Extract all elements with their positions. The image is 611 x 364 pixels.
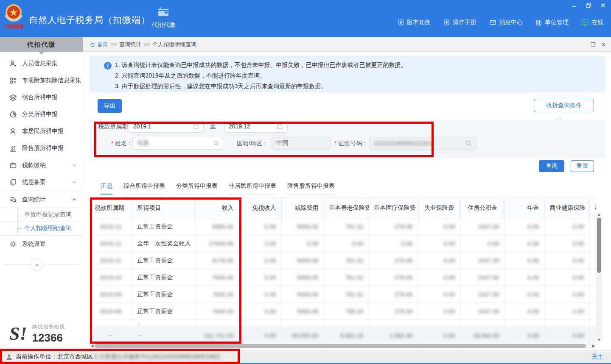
table-cell: 0.00 — [239, 303, 281, 320]
table-cell — [589, 320, 596, 327]
table-cell: 2019-12 — [90, 235, 132, 252]
table-cell: 0.00 — [324, 235, 369, 252]
sidebar-subitem-personal-withholding-query[interactable]: 个人扣缴明细查询 — [0, 221, 83, 235]
menu-online-status[interactable]: 在线 — [581, 19, 603, 26]
table-cell: 0.00 — [589, 327, 596, 344]
search-list-icon — [9, 196, 17, 203]
table-cell: 9985.00 — [195, 218, 239, 235]
pie-icon — [9, 111, 17, 118]
sidebar-item-system-settings[interactable]: 系统设置 — [0, 235, 83, 252]
sidebar-item-comprehensive-income[interactable]: 综合所得申报 — [0, 89, 83, 106]
table-cell: 0.00 — [418, 303, 460, 320]
restore-icon[interactable] — [585, 2, 592, 9]
calendar-icon — [193, 123, 199, 130]
sidebar-subitem-unit-declaration-query[interactable]: 单位申报记录查询 — [0, 208, 83, 221]
table-cell — [418, 320, 460, 327]
table-cell: 27500.00 — [195, 235, 239, 252]
table-cell: 279.00 — [369, 252, 418, 269]
scroll-right-icon[interactable]: ▶ — [591, 343, 596, 349]
sidebar-collapse-row: « — [0, 258, 83, 271]
horizontal-scroll-thumb[interactable] — [95, 344, 586, 348]
scroll-down-icon[interactable]: ▼ — [596, 337, 602, 342]
tab-summary[interactable]: 汇总 — [101, 182, 112, 195]
sidebar-item-preference-filing[interactable]: 优惠备案 — [0, 174, 83, 191]
table-cell: 0.00 — [544, 252, 589, 269]
notice-line: 2. 只能查询2019年及之后的数据，不能进行跨年度查询。 — [115, 70, 598, 81]
table-cell: 2,960.40 — [369, 327, 418, 344]
collapse-query-button[interactable]: 收折查询条件 — [534, 99, 594, 112]
table-cell: 5000.00 — [281, 269, 324, 286]
column-header: 年金 — [504, 198, 544, 218]
table-cell: .. — [132, 320, 195, 327]
search-icon — [213, 140, 219, 147]
chevron-down-icon — [72, 163, 77, 168]
table-row: 2019-12全年一次性奖金收入27500.000.000.000.000.00… — [90, 235, 596, 252]
tab-withholding[interactable]: 代扣代缴 — [149, 7, 177, 29]
reset-button[interactable]: 重置 — [571, 160, 594, 172]
menu-message-center[interactable]: 消息中心 — [489, 19, 523, 26]
window-controls: – ✕ — [570, 2, 607, 9]
table-cell: 761.52 — [324, 269, 369, 286]
sidebar-item-nonresident-income[interactable]: 非居民所得申报 — [0, 123, 83, 140]
tab-withholding-label: 代扣代缴 — [149, 21, 177, 29]
vertical-scrollbar[interactable]: ▲ ▼ — [596, 212, 602, 342]
sidebar-item-special-deduction[interactable]: 专项附加扣除信息采集 — [0, 72, 83, 89]
sidebar-item-restricted-shares[interactable]: 限售股所得申报 — [0, 140, 83, 157]
sidebar-item-tax-payment[interactable]: 税款缴纳 — [0, 157, 83, 174]
close-icon[interactable]: ✕ — [599, 2, 607, 9]
top-bar: – ✕ 中国税务 自然人电子税务局（扣缴端） 代扣代缴 — [0, 0, 611, 37]
brand-caption: 中国税务 — [3, 23, 25, 30]
app-logo: 中国税务 — [3, 3, 25, 30]
table-cell: 7645.00 — [195, 303, 239, 320]
table-cell: 0.00 — [544, 235, 589, 252]
horizontal-scrollbar[interactable]: ◀ ▶ — [90, 343, 596, 349]
hotline-caption: 纳税服务热线 — [32, 323, 65, 331]
table-cell: 0.00 — [544, 303, 589, 320]
sidebar-item-classified-income[interactable]: 分类所得申报 — [0, 106, 83, 123]
menu-unit-management[interactable]: 单位管理 — [535, 19, 569, 26]
close-icon[interactable]: ✕ — [601, 42, 606, 48]
period-to-input[interactable]: 2019.12 — [224, 120, 288, 133]
table-cell: 1547.00 — [460, 269, 504, 286]
table-cell: 0.00 — [418, 286, 460, 303]
menu-version-switch[interactable]: 版本切换 — [398, 19, 431, 26]
panel-window-controls: ❒ ✕ — [590, 37, 606, 52]
table-cell: 0.00 — [544, 269, 589, 286]
sidebar-collapse-button[interactable]: « — [31, 258, 43, 271]
tab-comprehensive-income[interactable]: 综合所得申报表 — [123, 182, 165, 195]
column-header: 减除费用 — [281, 198, 324, 218]
table-cell: 正常工资薪金 — [132, 218, 195, 235]
breadcrumb-home[interactable]: 首页 — [90, 41, 108, 48]
table-cell: 279.00 — [369, 269, 418, 286]
sidebar-item-personnel-info[interactable]: 人员信息采集 — [0, 55, 83, 72]
sidebar-header: 代扣代缴 — [0, 37, 83, 52]
id-number-input[interactable]: 110102199304222319 — [369, 137, 476, 150]
name-input[interactable]: 马某 — [132, 137, 224, 150]
vertical-scroll-thumb[interactable] — [597, 218, 601, 273]
hotline-number: 12366 — [32, 331, 65, 345]
tab-nonresident-income[interactable]: 非居民所得申报表 — [229, 182, 276, 195]
tab-classified-income[interactable]: 分类所得申报表 — [176, 182, 218, 195]
home-icon — [90, 42, 95, 47]
export-button[interactable]: 导出 — [98, 99, 122, 113]
table-row: .. — [90, 320, 596, 327]
monitor-check-icon — [581, 19, 589, 26]
table-cell: 5000.00 — [281, 286, 324, 303]
table-cell: 2019-12 — [90, 218, 132, 235]
scroll-up-icon[interactable]: ▲ — [596, 212, 602, 217]
maximize-icon[interactable]: ❒ — [590, 42, 595, 48]
search-button[interactable]: 查询 — [539, 160, 564, 172]
person-icon — [9, 128, 17, 135]
menu-manual[interactable]: 操作手册 — [443, 19, 476, 26]
table-cell — [544, 320, 589, 327]
minimize-icon[interactable]: – — [570, 2, 578, 9]
period-from-input[interactable]: 2019.1 — [129, 120, 204, 133]
sidebar-item-query-statistics[interactable]: 查询统计 — [0, 191, 83, 208]
about-link[interactable]: 关于 — [591, 353, 603, 361]
main-content: i 1. 该查询统计表仅能查询已申报成功的数据，不包含未申报、申报失败，已申报但… — [83, 52, 611, 350]
chart-icon — [9, 144, 17, 152]
tab-restricted-shares[interactable]: 限售股所得申报表 — [287, 182, 335, 195]
table-cell: 2019-10 — [90, 269, 132, 286]
column-header: 收入 — [195, 198, 239, 218]
scroll-left-icon[interactable]: ◀ — [90, 343, 95, 349]
